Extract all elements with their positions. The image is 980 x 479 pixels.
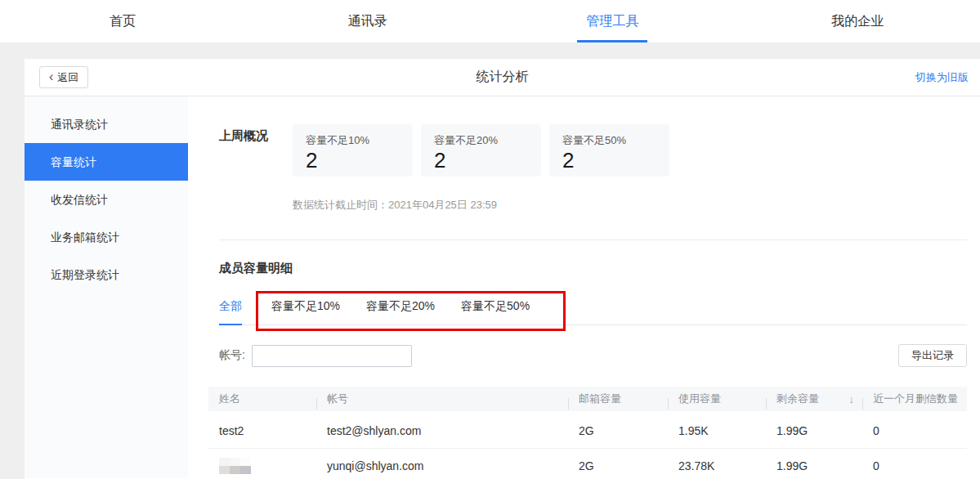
table-row: test2 test2@shlyan.com 2G 1.95K 1.99G 0	[208, 414, 967, 449]
table-body: test2 test2@shlyan.com 2G 1.95K 1.99G 0 …	[208, 411, 967, 478]
back-button-label: 返回	[57, 70, 78, 85]
table-row: yunqi@shlyan.com 2G 23.78K 1.99G 0	[208, 449, 967, 478]
overview-cards: 容量不足10% 2 容量不足20% 2 容量不足50% 2	[293, 124, 669, 177]
tab-under-20[interactable]: 容量不足20%	[366, 298, 435, 325]
section-divider	[219, 239, 967, 240]
member-capacity-table: 姓名 帐号 邮箱容量 使用容量 剩余容量 ↓ 近一个月删信数量 test2 te…	[208, 387, 967, 478]
nav-tab-home[interactable]: 首页	[0, 0, 245, 43]
cell-name: test2	[208, 424, 316, 437]
overview-card-value: 2	[434, 149, 528, 172]
sort-descending-icon[interactable]: ↓	[849, 393, 855, 405]
tab-under-50[interactable]: 容量不足50%	[461, 298, 530, 325]
redacted-name-blur	[219, 458, 316, 474]
table-header-row: 姓名 帐号 邮箱容量 使用容量 剩余容量 ↓ 近一个月删信数量	[208, 387, 967, 411]
overview-card-label: 容量不足20%	[434, 133, 528, 148]
overview-card-under-20: 容量不足20% 2	[421, 124, 541, 177]
sidebar: 通讯录统计 容量统计 收发信统计 业务邮箱统计 近期登录统计	[25, 96, 188, 478]
overview-card-under-50: 容量不足50% 2	[549, 124, 669, 177]
tab-under-10[interactable]: 容量不足10%	[271, 298, 340, 325]
column-header-remaining-label: 剩余容量	[776, 392, 819, 406]
overview-card-value: 2	[306, 149, 400, 172]
member-capacity-detail-heading: 成员容量明细	[219, 261, 967, 276]
sidebar-item-capacity-stats[interactable]: 容量统计	[25, 143, 188, 181]
cell-name	[208, 458, 316, 474]
chevron-left-icon: ‹	[49, 70, 53, 83]
sidebar-item-recent-login-stats[interactable]: 近期登录统计	[25, 256, 188, 293]
main-content: 上周概况 容量不足10% 2 容量不足20% 2 容量不足50% 2	[188, 96, 980, 478]
overview-card-label: 容量不足10%	[306, 133, 400, 148]
column-header-name: 姓名	[208, 392, 316, 406]
column-header-quota: 邮箱容量	[568, 392, 668, 406]
nav-tab-admin-tools[interactable]: 管理工具	[490, 0, 736, 43]
cell-account: test2@shlyan.com	[316, 424, 568, 437]
capacity-filter-tabs: 全部 容量不足10% 容量不足20% 容量不足50%	[219, 298, 967, 325]
cell-remaining: 1.99G	[766, 459, 862, 472]
nav-tab-contacts[interactable]: 通讯录	[245, 0, 490, 43]
tab-all[interactable]: 全部	[219, 298, 242, 325]
overview-card-label: 容量不足50%	[562, 133, 656, 148]
top-navbar: 首页 通讯录 管理工具 我的企业	[0, 0, 980, 43]
column-header-used: 使用容量	[668, 392, 766, 406]
overview-card-value: 2	[562, 149, 656, 172]
export-records-button[interactable]: 导出记录	[898, 344, 967, 367]
cell-used: 1.95K	[668, 424, 766, 437]
column-header-deleted-count: 近一个月删信数量	[862, 392, 967, 406]
back-button[interactable]: ‹ 返回	[39, 66, 88, 88]
page-title: 统计分析	[477, 69, 529, 86]
filter-row: 帐号: 导出记录	[219, 344, 967, 367]
cell-quota: 2G	[568, 424, 668, 437]
data-deadline-text: 数据统计截止时间：2021年04月25日 23:59	[293, 198, 967, 213]
cell-quota: 2G	[568, 459, 668, 472]
page-header: ‹ 返回 统计分析 切换为旧版	[25, 59, 980, 96]
last-week-overview-section: 上周概况 容量不足10% 2 容量不足20% 2 容量不足50% 2	[219, 96, 967, 177]
content-card: ‹ 返回 统计分析 切换为旧版 通讯录统计 容量统计 收发信统计 业务邮箱统计 …	[25, 59, 980, 479]
cell-account: yunqi@shlyan.com	[316, 459, 568, 472]
sidebar-item-business-mailbox-stats[interactable]: 业务邮箱统计	[25, 218, 188, 256]
sidebar-item-contacts-stats[interactable]: 通讯录统计	[25, 105, 188, 143]
column-header-remaining: 剩余容量 ↓	[766, 392, 862, 406]
account-input-label: 帐号:	[219, 348, 245, 363]
overview-card-under-10: 容量不足10% 2	[293, 124, 413, 177]
switch-old-version-link[interactable]: 切换为旧版	[915, 70, 969, 85]
overview-section-label: 上周概况	[219, 124, 293, 177]
cell-used: 23.78K	[668, 459, 766, 472]
nav-tab-my-company[interactable]: 我的企业	[735, 0, 980, 43]
cell-remaining: 1.99G	[766, 424, 862, 437]
account-search-input[interactable]	[252, 345, 412, 367]
sidebar-item-mail-stats[interactable]: 收发信统计	[25, 181, 188, 218]
column-header-account: 帐号	[316, 392, 568, 406]
cell-deleted-count: 0	[862, 424, 967, 437]
cell-deleted-count: 0	[862, 459, 967, 472]
